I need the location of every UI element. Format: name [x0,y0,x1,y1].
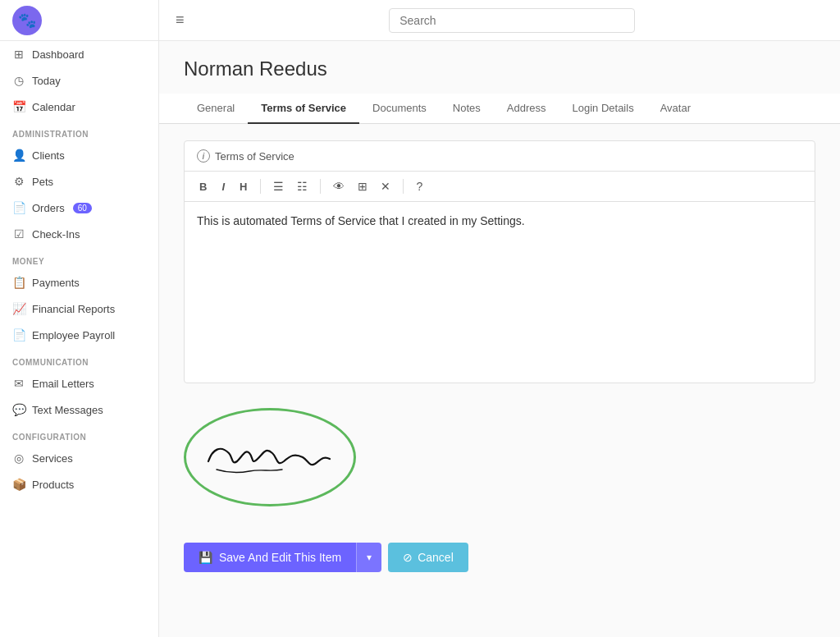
section-label-money: MONEY [0,247,158,269]
sidebar-item-label: Today [32,75,61,87]
sidebar-item-today[interactable]: ◷ Today [0,67,158,94]
sidebar-item-services[interactable]: ◎ Services [0,445,158,471]
signature-area [184,400,815,515]
sidebar-item-label: Calendar [32,101,75,113]
sidebar-item-label: Payments [32,277,80,289]
tab-login-details[interactable]: Login Details [559,94,646,124]
app-logo: 🐾 [12,6,42,35]
tos-content: This is automated Terms of Service that … [197,214,525,227]
clear-button[interactable]: ✕ [377,178,395,195]
orders-icon: 📄 [12,201,25,214]
sidebar-item-label: Pets [32,176,53,188]
pets-icon: ⚙ [12,175,25,188]
tab-general[interactable]: General [184,94,248,124]
sidebar-item-employee-payroll[interactable]: 📄 Employee Payroll [0,322,158,348]
sidebar-logo: 🐾 [0,0,158,41]
sidebar-top-nav: ⊞ Dashboard ◷ Today 📅 Calendar [0,41,158,120]
search-input[interactable] [389,8,635,33]
ordered-list-button[interactable]: ☷ [293,178,312,195]
tabs: General Terms of Service Documents Notes… [159,94,840,124]
save-button-label: Save And Edit This Item [219,551,341,564]
italic-button[interactable]: I [217,179,230,195]
tos-section-title: Terms of Service [215,150,294,163]
orders-badge: 60 [73,203,92,213]
save-edit-button[interactable]: 💾 Save And Edit This Item [184,543,356,572]
section-label-administration: ADMINISTRATION [0,120,158,142]
dashboard-icon: ⊞ [12,48,25,61]
cancel-button-label: Cancel [418,551,454,564]
sidebar-item-label: Text Messages [32,404,103,416]
header: ≡ [159,0,840,41]
employee-payroll-icon: 📄 [12,328,25,341]
search-box [389,8,635,33]
chevron-down-icon: ▾ [367,552,372,563]
sidebar-item-label: Dashboard [32,48,84,61]
sidebar-item-orders[interactable]: 📄 Orders 60 [0,195,158,221]
sidebar-item-dashboard[interactable]: ⊞ Dashboard [0,41,158,67]
toolbar-divider-1 [260,179,261,194]
action-bar: 💾 Save And Edit This Item ▾ ⊘ Cancel [184,534,815,580]
services-icon: ◎ [12,451,25,465]
clients-icon: 👤 [12,149,25,162]
signature-oval [184,408,356,506]
help-button[interactable]: ? [412,178,427,195]
sidebar-item-pets[interactable]: ⚙ Pets [0,168,158,195]
sidebar-item-text-messages[interactable]: 💬 Text Messages [0,396,158,423]
page-title: Norman Reedus [184,57,815,80]
toolbar-divider-3 [403,179,404,194]
heading-button[interactable]: H [235,179,252,195]
sidebar-item-label: Products [32,479,74,491]
table-button[interactable]: ⊞ [354,178,372,195]
tab-notes[interactable]: Notes [440,94,494,124]
sidebar-item-email-letters[interactable]: ✉ Email Letters [0,370,158,396]
sidebar-item-label: Services [32,452,73,465]
email-icon: ✉ [12,377,25,390]
section-label-configuration: CONFIGURATION [0,423,158,445]
sidebar-item-payments[interactable]: 📋 Payments [0,269,158,296]
tab-avatar[interactable]: Avatar [647,94,704,124]
preview-button[interactable]: 👁 [329,178,349,195]
sidebar-item-label: Check-Ins [32,228,80,241]
products-icon: 📦 [12,478,25,491]
tos-toolbar: B I H ☰ ☷ 👁 ⊞ ✕ ? [185,172,815,202]
tos-header: i Terms of Service [185,141,815,172]
sidebar-item-check-ins[interactable]: ☑ Check-Ins [0,221,158,247]
payments-icon: 📋 [12,276,25,289]
sidebar-item-label: Orders [32,202,65,214]
tab-documents[interactable]: Documents [359,94,440,124]
signature-svg [192,424,348,490]
calendar-icon: 📅 [12,100,25,113]
tab-terms-of-service[interactable]: Terms of Service [248,94,359,124]
sidebar-item-label: Employee Payroll [32,329,115,341]
today-icon: ◷ [12,74,25,87]
toolbar-divider-2 [320,179,321,194]
tos-body[interactable]: This is automated Terms of Service that … [185,202,815,383]
sidebar-item-label: Financial Reports [32,303,115,315]
bold-button[interactable]: B [194,179,212,195]
sidebar-item-label: Email Letters [32,378,94,390]
main-content: ≡ Norman Reedus General Terms of Service… [159,0,840,637]
tab-address[interactable]: Address [494,94,559,124]
sidebar-item-label: Clients [32,149,65,162]
page-content: Norman Reedus General Terms of Service D… [159,41,840,637]
sidebar-item-financial-reports[interactable]: 📈 Financial Reports [0,296,158,322]
sidebar: 🐾 ⊞ Dashboard ◷ Today 📅 Calendar ADMINIS… [0,0,159,637]
check-ins-icon: ☑ [12,227,25,241]
section-label-communication: COMMUNICATION [0,348,158,370]
cancel-icon: ⊘ [403,551,413,564]
text-messages-icon: 💬 [12,403,25,416]
sidebar-item-calendar[interactable]: 📅 Calendar [0,94,158,120]
tos-section: i Terms of Service B I H ☰ ☷ 👁 ⊞ ✕ ? Thi… [184,140,815,383]
cancel-button[interactable]: ⊘ Cancel [388,543,468,572]
financial-reports-icon: 📈 [12,302,25,315]
sidebar-item-clients[interactable]: 👤 Clients [0,142,158,168]
sidebar-item-products[interactable]: 📦 Products [0,471,158,497]
hamburger-menu[interactable]: ≡ [176,11,185,29]
info-icon: i [197,149,210,163]
unordered-list-button[interactable]: ☰ [269,178,288,195]
save-icon: 💾 [199,551,212,564]
save-dropdown-button[interactable]: ▾ [356,543,381,572]
